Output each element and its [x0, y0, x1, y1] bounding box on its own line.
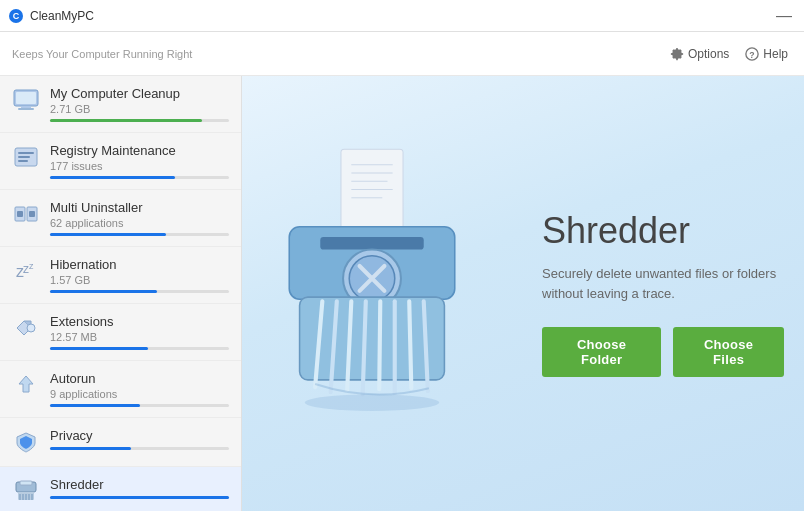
sidebar-item-content: Multi Uninstaller 62 applications	[50, 200, 229, 236]
sidebar-item-shredder[interactable]: Shredder	[0, 467, 241, 511]
sidebar: My Computer Cleanup 2.71 GB Registry Mai…	[0, 76, 242, 511]
svg-rect-28	[341, 149, 403, 232]
sidebar-item-meta: 62 applications	[50, 217, 229, 229]
sidebar-item-name: Hibernation	[50, 257, 229, 272]
sidebar-item-name: Extensions	[50, 314, 229, 329]
progress-track	[50, 119, 229, 122]
sidebar-item-name: My Computer Cleanup	[50, 86, 229, 101]
sidebar-item-registry-maintenance[interactable]: Registry Maintenance 177 issues	[0, 133, 241, 190]
progress-fill	[50, 404, 140, 407]
privacy-icon	[12, 428, 40, 456]
computer-cleanup-icon	[12, 86, 40, 114]
progress-fill	[50, 496, 229, 499]
progress-fill	[50, 290, 157, 293]
shredder-container: Shredder Securely delete unwanted files …	[242, 124, 804, 464]
shredder-icon	[12, 477, 40, 505]
options-label: Options	[688, 47, 729, 61]
svg-text:C: C	[13, 11, 20, 21]
sidebar-item-content: Autorun 9 applications	[50, 371, 229, 407]
extensions-icon	[12, 314, 40, 342]
app-icon: C	[8, 8, 24, 24]
sidebar-item-content: Extensions 12.57 MB	[50, 314, 229, 350]
progress-fill	[50, 447, 131, 450]
svg-rect-6	[21, 106, 31, 108]
sidebar-item-content: Shredder	[50, 477, 229, 499]
shredder-info: Shredder Securely delete unwanted files …	[542, 210, 784, 377]
help-button[interactable]: ? Help	[745, 47, 788, 61]
title-bar: C CleanMyPC —	[0, 0, 804, 32]
sidebar-item-content: Hibernation 1.57 GB	[50, 257, 229, 293]
sidebar-item-content: My Computer Cleanup 2.71 GB	[50, 86, 229, 122]
header: Keeps Your Computer Running Right Option…	[0, 32, 804, 76]
header-subtitle: Keeps Your Computer Running Right	[12, 48, 192, 60]
progress-track	[50, 496, 229, 499]
sidebar-item-meta: 1.57 GB	[50, 274, 229, 286]
svg-rect-7	[18, 108, 34, 110]
sidebar-item-meta: 177 issues	[50, 160, 229, 172]
choose-files-button[interactable]: Choose Files	[673, 327, 784, 377]
svg-text:?: ?	[750, 49, 755, 59]
svg-rect-5	[16, 92, 36, 104]
sidebar-item-multi-uninstaller[interactable]: Multi Uninstaller 62 applications	[0, 190, 241, 247]
sidebar-item-meta: 2.71 GB	[50, 103, 229, 115]
svg-point-49	[305, 394, 439, 411]
sidebar-item-name: Registry Maintenance	[50, 143, 229, 158]
sidebar-item-meta: 12.57 MB	[50, 331, 229, 343]
sidebar-item-my-computer-cleanup[interactable]: My Computer Cleanup 2.71 GB	[0, 76, 241, 133]
svg-rect-9	[18, 152, 34, 154]
shredder-buttons: Choose Folder Choose Files	[542, 327, 784, 377]
progress-fill	[50, 119, 202, 122]
sidebar-item-name: Shredder	[50, 477, 229, 492]
progress-fill	[50, 176, 175, 179]
sidebar-item-extensions[interactable]: Extensions 12.57 MB	[0, 304, 241, 361]
progress-fill	[50, 347, 148, 350]
svg-text:z: z	[29, 261, 34, 271]
svg-point-19	[27, 324, 35, 332]
svg-rect-11	[18, 160, 28, 162]
shredder-description: Securely delete unwanted files or folder…	[542, 264, 784, 303]
progress-track	[50, 290, 229, 293]
svg-rect-15	[29, 211, 35, 217]
sidebar-item-autorun[interactable]: Autorun 9 applications	[0, 361, 241, 418]
sidebar-item-meta: 9 applications	[50, 388, 229, 400]
progress-track	[50, 404, 229, 407]
progress-fill	[50, 233, 166, 236]
close-button[interactable]: —	[772, 7, 796, 25]
progress-track	[50, 176, 229, 179]
sidebar-item-name: Privacy	[50, 428, 229, 443]
title-bar-left: C CleanMyPC	[8, 8, 94, 24]
svg-rect-14	[17, 211, 23, 217]
svg-line-45	[379, 301, 380, 389]
hibernation-icon: z z z	[12, 257, 40, 285]
main: My Computer Cleanup 2.71 GB Registry Mai…	[0, 76, 804, 511]
svg-rect-21	[20, 481, 32, 485]
sidebar-item-privacy[interactable]: Privacy	[0, 418, 241, 467]
progress-track	[50, 347, 229, 350]
sidebar-item-name: Multi Uninstaller	[50, 200, 229, 215]
svg-rect-35	[320, 237, 423, 249]
shredder-title: Shredder	[542, 210, 784, 252]
svg-line-47	[409, 301, 411, 388]
progress-track	[50, 447, 229, 450]
options-button[interactable]: Options	[670, 47, 729, 61]
uninstaller-icon	[12, 200, 40, 228]
shredder-illustration	[262, 144, 482, 444]
sidebar-item-content: Registry Maintenance 177 issues	[50, 143, 229, 179]
progress-track	[50, 233, 229, 236]
help-icon: ?	[745, 47, 759, 61]
content-area: Shredder Securely delete unwanted files …	[242, 76, 804, 511]
gear-icon	[670, 47, 684, 61]
choose-folder-button[interactable]: Choose Folder	[542, 327, 661, 377]
sidebar-item-name: Autorun	[50, 371, 229, 386]
svg-rect-10	[18, 156, 30, 158]
autorun-icon	[12, 371, 40, 399]
app-title: CleanMyPC	[30, 9, 94, 23]
sidebar-item-content: Privacy	[50, 428, 229, 450]
registry-icon	[12, 143, 40, 171]
header-actions: Options ? Help	[670, 47, 788, 61]
help-label: Help	[763, 47, 788, 61]
sidebar-item-hibernation[interactable]: z z z Hibernation 1.57 GB	[0, 247, 241, 304]
